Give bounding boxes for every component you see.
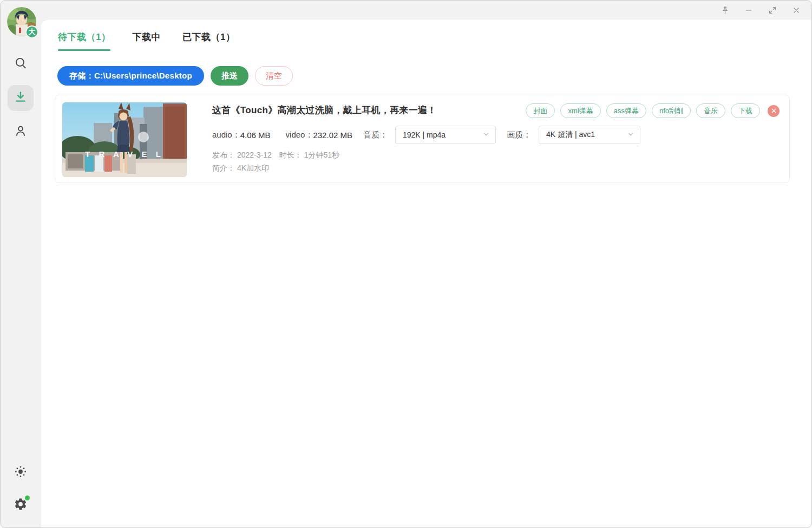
tab-completed[interactable]: 已下载（1） [182,31,235,51]
video-label: video： [286,130,313,140]
chevron-down-icon [627,131,634,140]
audio-quality-select[interactable]: 192K | mp4a [395,126,496,144]
tag-music[interactable]: 音乐 [696,103,725,118]
sidebar-item-user[interactable] [8,119,34,145]
publish-label: 发布： [212,151,235,159]
video-quality-value: 4K 超清 | avc1 [546,130,595,140]
sidebar-item-download[interactable] [8,85,34,111]
intro-row: 简介：4K加水印 [212,164,271,173]
video-size: 232.02 MB [313,131,352,140]
download-item-card: T R A V E L 这首《Touch》高潮太过洗脑，戴上耳机，再来一遍！ 封… [55,95,790,183]
theme-sun-icon [14,465,28,481]
tag-cover[interactable]: 封面 [526,103,555,118]
settings-gear-icon [14,497,28,513]
minimize-icon [744,6,753,15]
tag-xml-danmaku[interactable]: xml弹幕 [560,103,600,118]
clear-button[interactable]: 清空 [255,66,293,86]
media-info-row: audio： 4.06 MB video： 232.02 MB 音质： 192K… [212,126,640,144]
user-avatar[interactable]: 大 [7,7,36,36]
close-icon [792,6,801,15]
window-controls [713,1,808,20]
tab-downloading[interactable]: 下载中 [132,31,161,51]
storage-path-button[interactable]: 存储：C:\Users\prince\Desktop [57,66,204,86]
intro-label: 简介： [212,164,235,172]
video-quality-select[interactable]: 4K 超清 | avc1 [539,126,640,144]
tag-nfo-scrape[interactable]: nfo刮削 [652,103,691,118]
search-icon [14,56,28,72]
publish-duration-row: 发布：2022-3-12 时长：1分钟51秒 [212,151,342,160]
app-window: 大 [0,0,812,528]
tag-download[interactable]: 下载 [731,103,760,118]
maximize-button[interactable] [761,1,784,20]
sidebar-item-settings[interactable] [8,492,34,518]
thumbnail-travel-text: T R A V E L [85,149,164,159]
tab-bar: 待下载（1） 下载中 已下载（1） [58,31,257,51]
download-icon [14,90,28,106]
audio-label: audio： [212,130,240,140]
tag-ass-danmaku[interactable]: ass弹幕 [606,103,646,118]
user-icon [14,124,28,140]
remove-item-x-icon [771,106,777,116]
duration-value: 1分钟51秒 [304,151,339,159]
video-thumbnail[interactable]: T R A V E L [62,102,187,177]
video-title: 这首《Touch》高潮太过洗脑，戴上耳机，再来一遍！ [212,104,437,116]
pin-button[interactable] [713,1,737,20]
sidebar-item-theme[interactable] [8,460,34,486]
intro-value: 4K加水印 [237,164,269,172]
audio-size: 4.06 MB [240,131,271,140]
maximize-icon [768,6,777,15]
toolbar: 存储：C:\Users\prince\Desktop 推送 清空 [57,66,293,86]
audio-quality-value: 192K | mp4a [403,131,446,139]
push-button[interactable]: 推送 [211,66,248,86]
audio-quality-label: 音质： [363,130,388,140]
sidebar-item-search[interactable] [8,51,34,77]
publish-date: 2022-3-12 [237,151,272,159]
title-bar [1,1,811,20]
tab-pending[interactable]: 待下载（1） [58,31,110,51]
close-button[interactable] [784,1,808,20]
duration-label: 时长： [279,151,302,159]
main-panel: 待下载（1） 下载中 已下载（1） 存储：C:\Users\prince\Des… [41,20,811,527]
sidebar: 大 [1,1,41,527]
tag-row: 封面 xml弹幕 ass弹幕 nfo刮削 音乐 下载 [520,103,780,118]
video-quality-label: 画质： [507,130,531,140]
remove-item-button[interactable] [768,105,780,117]
member-badge: 大 [25,25,38,38]
chevron-down-icon [482,131,490,140]
minimize-button[interactable] [737,1,761,20]
pin-icon [721,6,730,15]
settings-notification-dot [25,496,30,500]
